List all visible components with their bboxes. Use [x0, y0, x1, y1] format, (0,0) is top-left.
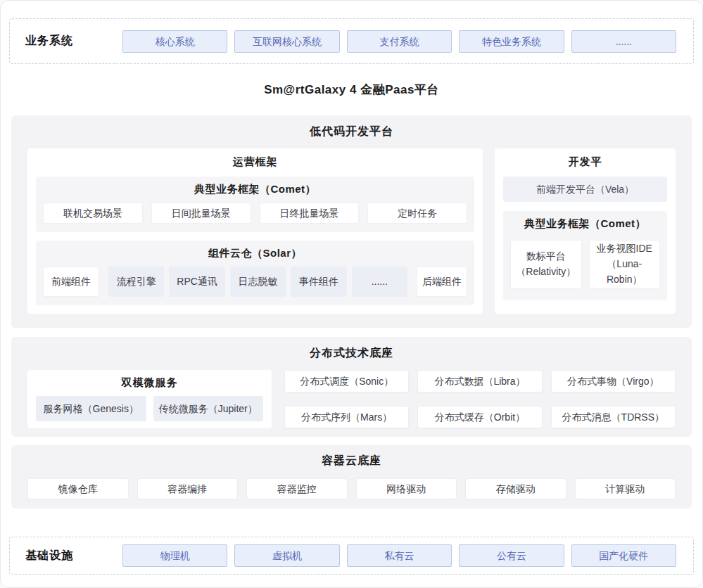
infra-domestic-hardware: 国产化硬件 [571, 544, 676, 567]
distributed-services-grid: 分布式调度（Sonic） 分布式数据（Libra） 分布式事物（Virgo） 分… [284, 370, 676, 428]
image-registry: 镜像仓库 [27, 478, 129, 499]
operation-framework-panel: 运营框架 典型业务框架（Comet） 联机交易场景 日间批量场景 日终批量场景 … [27, 148, 483, 314]
relativity-codename: （Relativity） [516, 264, 576, 280]
container-orchestration: 容器编排 [137, 478, 239, 499]
operation-framework-title: 运营框架 [36, 155, 474, 169]
container-base-section: 容器云底座 镜像仓库 容器编排 容器监控 网络驱动 存储驱动 计算驱动 [11, 445, 692, 509]
distributed-base-title: 分布式技术底座 [27, 346, 676, 361]
storage-driver: 存储驱动 [465, 478, 566, 499]
service-mesh-genesis: 服务网格（Genesis） [36, 396, 146, 421]
relativity-platform: 数标平台 （Relativity） [510, 240, 582, 289]
distributed-data-libra: 分布式数据（Libra） [417, 370, 542, 392]
dev-comet-title: 典型业务框架（Comet） [510, 217, 660, 231]
section-spacer [1, 509, 702, 537]
dev-comet-panel: 典型业务框架（Comet） 数标平台 （Relativity） 业务视图IDE … [503, 211, 667, 300]
distributed-base-section: 分布式技术底座 双模微服务 服务网格（Genesis） 传统微服务（Jupite… [11, 337, 692, 437]
scenario-daytime-batch: 日间批量场景 [151, 203, 251, 224]
comet-scenario-list: 联机交易场景 日间批量场景 日终批量场景 定时任务 [43, 203, 467, 224]
container-monitoring: 容器监控 [246, 478, 348, 499]
distributed-message-tdrss: 分布式消息（TDRSS） [551, 406, 676, 428]
comet-framework-title: 典型业务框架（Comet） [43, 183, 467, 196]
component-process-engine: 流程引擎 [108, 267, 164, 297]
scenario-online-trade: 联机交易场景 [43, 203, 143, 224]
distributed-cache-orbit: 分布式缓存（Orbit） [417, 406, 542, 428]
component-more: ...... [352, 267, 407, 297]
business-systems-label: 业务系统 [25, 34, 96, 49]
network-driver: 网络驱动 [356, 478, 457, 499]
distributed-sequence-mars: 分布式序列（Mars） [284, 406, 409, 428]
dual-mode-panel: 双模微服务 服务网格（Genesis） 传统微服务（Jupiter） [27, 370, 272, 428]
dev-platform-panel: 开发平 前端开发平台（Vela） 典型业务框架（Comet） 数标平台 （Rel… [495, 148, 676, 314]
luna-robin-name: 业务视图IDE [597, 241, 652, 257]
business-system-internet-core: 互联网核心系统 [234, 30, 339, 53]
dual-mode-list: 服务网格（Genesis） 传统微服务（Jupiter） [36, 396, 263, 421]
component-rpc: RPC通讯 [169, 267, 224, 297]
infrastructure-row: 基础设施 物理机 虚拟机 私有云 公有云 国产化硬件 [9, 537, 694, 575]
architecture-diagram-page: 业务系统 核心系统 互联网核心系统 支付系统 特色业务系统 ...... Sm@… [0, 0, 703, 588]
distributed-scheduler-sonic: 分布式调度（Sonic） [284, 370, 409, 392]
business-systems-row: 业务系统 核心系统 互联网核心系统 支付系统 特色业务系统 ...... [9, 18, 694, 64]
distributed-content: 双模微服务 服务网格（Genesis） 传统微服务（Jupiter） 分布式调度… [27, 370, 676, 428]
infra-virtual-machine: 虚拟机 [234, 544, 339, 567]
compute-driver: 计算驱动 [575, 478, 676, 499]
vela-frontend-platform: 前端开发平台（Vela） [503, 177, 667, 202]
component-log-masking: 日志脱敏 [230, 267, 286, 297]
component-frontend: 前端组件 [43, 267, 99, 297]
page-title: Sm@rtGalaxy 4 金融Paas平台 [1, 64, 702, 115]
luna-robin-codename: （Luna-Robin） [590, 257, 660, 287]
luna-robin-ide: 业务视图IDE （Luna-Robin） [589, 240, 661, 289]
infrastructure-label: 基础设施 [25, 549, 96, 563]
traditional-microservice-jupiter: 传统微服务（Jupiter） [153, 396, 264, 421]
container-items-list: 镜像仓库 容器编排 容器监控 网络驱动 存储驱动 计算驱动 [27, 478, 676, 499]
distributed-transaction-virgo: 分布式事物（Virgo） [551, 370, 676, 392]
business-system-core: 核心系统 [122, 30, 227, 53]
infra-physical-machine: 物理机 [122, 544, 227, 567]
scenario-eod-batch: 日终批量场景 [260, 203, 360, 224]
comet-framework-panel: 典型业务框架（Comet） 联机交易场景 日间批量场景 日终批量场景 定时任务 [36, 177, 474, 232]
infra-private-cloud: 私有云 [347, 544, 452, 567]
component-event: 事件组件 [291, 267, 346, 297]
component-backend: 后端组件 [417, 267, 467, 297]
dev-platform-title: 开发平 [503, 155, 667, 169]
business-system-more: ...... [571, 30, 676, 53]
business-system-payment: 支付系统 [347, 30, 452, 53]
lowcode-platform-title: 低代码开发平台 [27, 124, 676, 139]
dev-comet-list: 数标平台 （Relativity） 业务视图IDE （Luna-Robin） [510, 240, 660, 289]
lowcode-platform-section: 低代码开发平台 运营框架 典型业务框架（Comet） 联机交易场景 日间批量场景… [11, 115, 692, 328]
dual-mode-title: 双模微服务 [36, 376, 263, 390]
scenario-timed-task: 定时任务 [367, 203, 467, 224]
container-base-title: 容器云底座 [27, 454, 676, 468]
infra-public-cloud: 公有云 [459, 544, 564, 567]
solar-component-list: 前端组件 流程引擎 RPC通讯 日志脱敏 事件组件 ...... 后端组件 [43, 267, 467, 297]
solar-warehouse-panel: 组件云仓（Solar） 前端组件 流程引擎 RPC通讯 日志脱敏 事件组件 ..… [36, 241, 474, 305]
business-system-special: 特色业务系统 [459, 30, 564, 53]
lowcode-content: 运营框架 典型业务框架（Comet） 联机交易场景 日间批量场景 日终批量场景 … [27, 148, 676, 314]
relativity-name: 数标平台 [526, 249, 566, 264]
solar-warehouse-title: 组件云仓（Solar） [43, 247, 467, 260]
